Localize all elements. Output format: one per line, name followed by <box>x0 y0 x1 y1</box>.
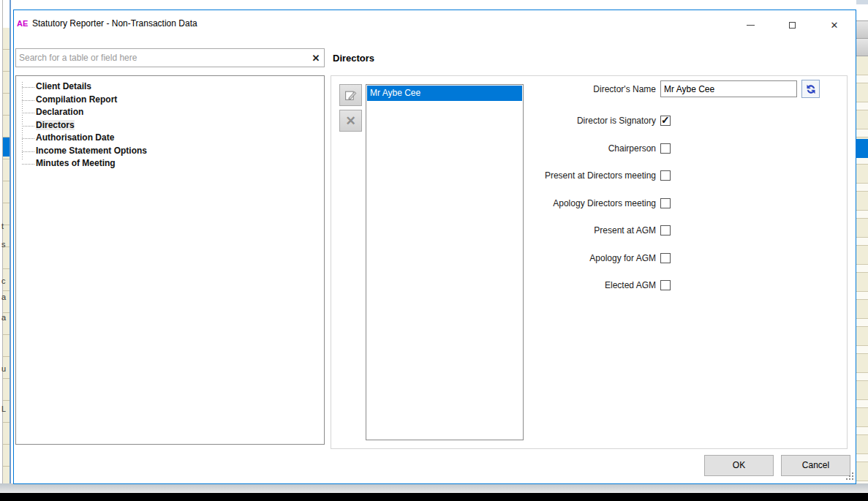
background-selected-row <box>3 138 10 157</box>
background-right-strip <box>856 0 868 484</box>
tree-item-client-details[interactable]: Client Details <box>16 80 324 94</box>
cancel-button[interactable]: Cancel <box>781 455 850 476</box>
ok-button[interactable]: OK <box>704 455 774 476</box>
tree-item-income-statement-options[interactable]: Income Statement Options <box>16 145 324 158</box>
background-gray-band <box>0 483 868 493</box>
tree-item-declaration[interactable]: Declaration <box>16 106 324 119</box>
table-tree-panel: Client Details Compilation Report Declar… <box>15 75 325 445</box>
present-at-agm-checkbox[interactable] <box>660 225 671 236</box>
director-name-label: Director's Name <box>423 83 656 95</box>
background-grid-rows <box>856 56 868 484</box>
window-title: Statutory Reporter - Non-Transaction Dat… <box>32 18 197 29</box>
apology-for-agm-label: Apology for AGM <box>423 252 656 264</box>
chairperson-label: Chairperson <box>423 143 656 154</box>
background-window-edge <box>10 0 11 484</box>
signatory-label: Director is Signatory <box>423 115 656 127</box>
search-field-container: ✕ <box>15 48 325 67</box>
background-text-fragment: u <box>1 364 10 373</box>
edit-icon <box>344 89 357 102</box>
app-logo-ae: AE <box>17 19 28 28</box>
present-directors-meeting-checkbox[interactable] <box>660 170 671 181</box>
clear-search-icon[interactable]: ✕ <box>308 53 324 64</box>
elected-agm-label: Elected AGM <box>423 279 656 291</box>
search-input[interactable] <box>16 50 308 66</box>
background-text-fragment: L <box>1 404 10 413</box>
statutory-reporter-dialog: AE Statutory Reporter - Non-Transaction … <box>13 10 856 484</box>
tree-item-minutes-of-meeting[interactable]: Minutes of Meeting <box>16 157 324 170</box>
taskbar-black-band <box>0 493 868 501</box>
background-left-strip: t s c a a u L <box>0 0 13 484</box>
apology-directors-meeting-label: Apology Directors meeting <box>423 197 656 209</box>
background-text-fragment: s <box>1 240 10 249</box>
apology-directors-meeting-checkbox[interactable] <box>660 198 671 208</box>
background-text-fragment: a <box>1 313 10 322</box>
tree-item-compilation-report[interactable]: Compilation Report <box>16 94 324 107</box>
background-selected-row <box>856 139 868 158</box>
background-text-fragment: t <box>1 222 10 230</box>
signatory-checkbox[interactable] <box>660 116 671 126</box>
minimize-button[interactable] <box>738 16 763 34</box>
background-titlebar-sliver <box>856 0 868 4</box>
present-at-agm-label: Present at AGM <box>423 225 656 236</box>
elected-agm-checkbox[interactable] <box>660 280 671 290</box>
minimize-icon <box>747 25 755 26</box>
close-icon: ✕ <box>831 20 839 30</box>
background-text-fragment: c <box>1 276 10 285</box>
maximize-button[interactable] <box>780 16 804 34</box>
background-grid-rows <box>3 28 10 484</box>
background-header-row <box>856 20 868 39</box>
tree-item-authorisation-date[interactable]: Authorisation Date <box>16 132 324 145</box>
background-text-fragment: a <box>1 293 10 301</box>
section-heading: Directors <box>333 53 374 64</box>
chairperson-checkbox[interactable] <box>660 143 671 154</box>
present-directors-meeting-label: Present at Directors meeting <box>423 170 656 181</box>
resize-grip[interactable] <box>845 471 854 481</box>
maximize-icon <box>789 22 796 29</box>
close-button[interactable]: ✕ <box>822 16 847 34</box>
delete-x-icon: ✕ <box>345 115 355 127</box>
tree-item-directors[interactable]: Directors <box>16 119 324 132</box>
delete-director-button[interactable]: ✕ <box>339 110 362 132</box>
apology-for-agm-checkbox[interactable] <box>660 253 671 263</box>
edit-director-button[interactable] <box>339 84 362 106</box>
refresh-icon <box>805 83 817 95</box>
director-name-input[interactable] <box>660 80 797 97</box>
refresh-name-button[interactable] <box>801 80 820 98</box>
background-header-row <box>856 39 868 56</box>
